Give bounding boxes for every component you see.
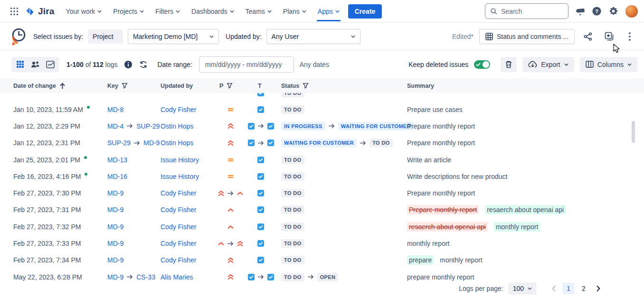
refresh-icon[interactable] [139,60,148,69]
page-button-2[interactable]: 2 [578,283,590,294]
saved-view-selector[interactable]: Status and comments ... [479,29,575,44]
keep-deleted-issues-toggle[interactable] [474,60,490,69]
updated-by-link[interactable]: Cody Fisher [161,223,196,231]
updated-by-link[interactable]: Ostin Hops [161,122,193,130]
people-view-icon[interactable] [28,58,42,71]
chevron-down-icon [267,10,272,13]
date-range-field[interactable] [199,56,294,73]
page-button-1[interactable]: 1 [562,283,575,294]
task-type-icon [257,106,264,113]
updated-by-dropdown[interactable]: Any User [266,29,360,44]
issue-key-cell: MD-9 [107,252,123,269]
view-mode-toggle [11,57,59,72]
status-badge: TO DO [281,93,304,97]
issue-key-link[interactable]: MD-8 [107,106,123,113]
app-switcher-icon[interactable] [7,4,22,19]
share-icon[interactable] [580,29,596,44]
search-box[interactable] [485,3,568,19]
priority-cell [214,93,247,101]
nav-item-your-work[interactable]: Your work [61,1,107,21]
delete-trash-icon[interactable] [501,57,517,72]
transition-arrow-icon [308,274,314,279]
table-row: Feb 27, 2023, 7:34 PMMD-9Cody FisherTO D… [0,252,644,269]
priority-highest-icon [227,257,234,263]
issue-key-link[interactable]: MD-9 [107,206,123,214]
filter-funnel-icon[interactable] [122,83,128,89]
nav-item-plans[interactable]: Plans [278,1,311,21]
more-options-kebab-icon[interactable] [622,29,637,44]
status-cell: IN PROGRESSWAITING FOR CUSTOMER [281,118,414,134]
summary-cell: Prepare monthly report [407,135,478,151]
summary-text: Prepare monthly report [407,189,475,197]
priority-cell [214,252,247,269]
filter-funnel-icon[interactable] [303,83,309,89]
next-page-icon[interactable] [593,283,604,294]
priority-cell [214,168,247,185]
table-row: Feb 16, 2023, 4:16 PMMD-16Issue HistoryT… [0,168,644,185]
columns-button[interactable]: Columns [580,57,637,72]
issue-key-link[interactable]: MD-4 [107,122,123,130]
help-icon[interactable]: ? [592,6,602,16]
updated-by-link[interactable]: Cody Fisher [161,240,196,247]
issue-key-link[interactable]: MD-16 [107,173,127,180]
status-badge: TO DO [281,105,304,114]
logs-per-page-select[interactable]: 100 [508,282,537,295]
issue-key-link[interactable]: SUP-29 [136,122,160,130]
save-view-icon[interactable] [601,29,616,44]
project-dropdown[interactable]: Marketing Demo [MD] [128,29,219,44]
date-range-input[interactable] [205,61,291,68]
issue-key-link[interactable]: MD-9 [143,139,160,147]
chart-view-icon[interactable] [43,58,57,71]
summary-cell: Write an article [407,151,454,168]
jira-logo[interactable]: Jira [25,6,55,17]
updated-by-link[interactable]: Cody Fisher [161,189,196,197]
export-button[interactable]: Export [522,57,574,72]
updated-by-link[interactable]: Cody Fisher [161,206,196,214]
issue-key-link[interactable]: MD-9 [107,240,123,247]
nav-item-filters[interactable]: Filters [151,1,185,21]
issue-key-link[interactable]: MD-9 [107,223,123,231]
sort-ascending-icon[interactable] [59,83,66,89]
updated-by-cell: Cody Fisher [161,101,196,118]
issue-type-cell [246,202,275,218]
select-mode-dropdown[interactable]: Project [88,29,123,44]
nav-item-apps[interactable]: Apps [313,1,344,21]
nav-menu: Your workProjectsFiltersDashboardsTeamsP… [61,1,344,21]
updated-by-link[interactable]: Issue History [161,156,199,164]
updated-by-link[interactable]: Cody Fisher [161,106,196,113]
nav-item-projects[interactable]: Projects [108,1,149,21]
priority-cell [214,235,247,251]
notifications-bell-icon[interactable] [575,6,585,16]
create-button[interactable]: Create [348,4,382,19]
info-icon[interactable] [124,60,133,69]
chevron-down-icon [351,35,355,38]
updated-by-link[interactable]: Issue History [161,173,199,180]
edited-indicator: Edited* [452,33,474,40]
issue-key-cell: SUP-29MD-9 [107,135,160,151]
nav-item-teams[interactable]: Teams [241,1,276,21]
user-avatar[interactable] [625,5,638,18]
issue-key-link[interactable]: MD-9 [107,189,123,197]
issue-key-cell: MD-9 [107,185,123,201]
nav-item-dashboards[interactable]: Dashboards [187,1,239,21]
search-input[interactable] [501,8,558,15]
settings-gear-icon[interactable] [608,6,618,16]
filter-funnel-icon[interactable] [227,83,233,89]
updated-by-link[interactable]: Cody Fisher [161,256,196,264]
summary-cell: preparemonthly report [407,252,485,269]
issue-key-link[interactable]: CS-33 [136,273,155,281]
page-numbers: 12 [562,283,590,294]
updated-by-link[interactable]: Ostin Hops [161,139,193,147]
issue-key-link[interactable]: SUP-29 [107,139,131,147]
grid-view-icon[interactable] [13,58,27,71]
issue-key-link[interactable]: MD-9 [107,256,123,264]
issue-key-cell: MD-9 [107,202,123,218]
priority-high-icon [227,207,234,212]
vertical-scrollbar-thumb[interactable] [632,121,635,143]
issue-key-link[interactable]: MD-13 [107,156,127,164]
updated-by-link[interactable]: Alis Maries [161,273,193,281]
issue-key-link[interactable]: MD-9 [107,273,123,281]
prev-page-icon[interactable] [548,283,559,294]
updated-by-cell: Cody Fisher [161,218,196,235]
status-badge: WAITING FOR CUSTOMER [338,122,414,130]
